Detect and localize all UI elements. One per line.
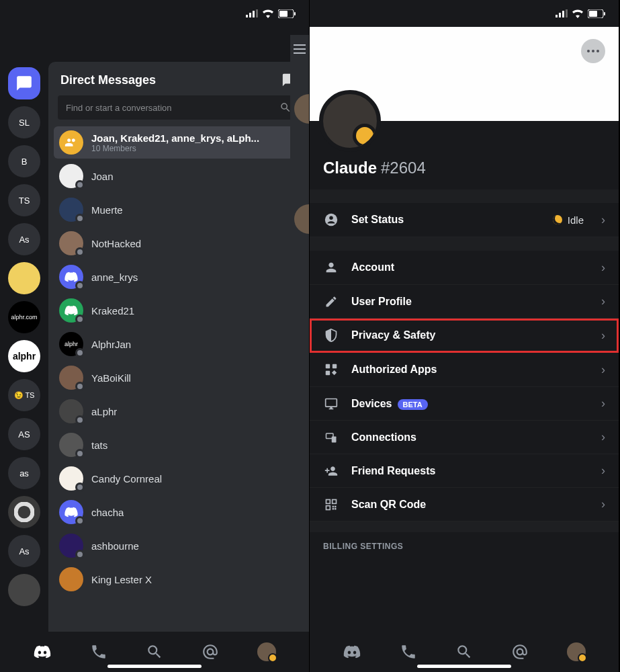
nav-mentions-icon[interactable]: [511, 643, 529, 661]
svg-rect-29: [335, 505, 337, 507]
dm-item[interactable]: Muerte: [54, 194, 304, 226]
nav-friends-icon[interactable]: [90, 643, 107, 661]
svg-rect-25: [326, 505, 330, 509]
svg-rect-10: [559, 13, 561, 17]
server-item[interactable]: As: [8, 535, 40, 567]
dm-item[interactable]: Kraked21: [54, 294, 304, 327]
dm-item[interactable]: Joan: [54, 160, 304, 192]
nav-mentions-icon[interactable]: [202, 643, 219, 661]
user-avatar: [59, 366, 83, 390]
svg-rect-19: [333, 364, 337, 368]
set-status-row[interactable]: Set Status Idle ›: [310, 203, 619, 237]
svg-rect-28: [333, 508, 335, 510]
server-item[interactable]: alphr: [8, 340, 40, 372]
nav-search-icon[interactable]: [146, 643, 163, 661]
svg-rect-27: [335, 508, 337, 510]
dm-item[interactable]: aLphr: [54, 395, 304, 427]
dm-item[interactable]: anne_krys: [54, 261, 304, 293]
user-avatar: [59, 500, 83, 524]
privacy-safety-row[interactable]: Privacy & Safety ›: [310, 319, 619, 353]
hamburger-icon[interactable]: [294, 44, 306, 54]
dm-item[interactable]: ashbourne: [54, 530, 304, 562]
friend-requests-row[interactable]: Friend Requests ›: [310, 454, 619, 488]
server-item[interactable]: alphr.com: [8, 301, 40, 333]
dm-list[interactable]: Joan, Kraked21, anne_krys, aLph... 10 Me…: [48, 126, 309, 632]
svg-rect-1: [249, 13, 251, 17]
user-avatar: [59, 399, 83, 423]
nav-search-icon[interactable]: [455, 643, 473, 661]
server-item[interactable]: AS: [8, 418, 40, 450]
more-button[interactable]: [581, 39, 605, 63]
status-icon: [323, 212, 339, 227]
user-avatar: [59, 534, 83, 558]
user-avatar: [59, 298, 83, 323]
svg-rect-3: [256, 9, 258, 17]
dm-item[interactable]: YaBoiKill: [54, 362, 304, 394]
server-item[interactable]: TS: [8, 184, 40, 216]
nav-profile-avatar[interactable]: [257, 642, 276, 661]
search-input[interactable]: Find or start a conversation: [58, 95, 300, 120]
chevron-right-icon: ›: [601, 430, 605, 444]
home-indicator: [417, 665, 511, 668]
server-item[interactable]: as: [8, 457, 40, 489]
svg-point-7: [16, 504, 33, 521]
setting-label: Set Status: [351, 214, 541, 226]
svg-rect-2: [253, 11, 255, 17]
user-avatar: [59, 231, 83, 255]
chevron-right-icon: ›: [601, 396, 605, 411]
battery-icon: [588, 9, 605, 18]
dm-home-button[interactable]: [8, 67, 40, 99]
shield-icon: [323, 328, 339, 343]
server-item[interactable]: SL: [8, 106, 40, 138]
dm-item[interactable]: chacha: [54, 496, 304, 528]
dm-header-title: Direct Messages: [60, 73, 156, 87]
status-bar: [0, 0, 309, 27]
user-avatar: [59, 198, 83, 222]
svg-rect-23: [326, 499, 330, 503]
server-item[interactable]: [8, 574, 40, 606]
chevron-right-icon: ›: [601, 261, 605, 275]
user-avatar: [59, 433, 83, 457]
nav-discord-icon[interactable]: [343, 642, 361, 661]
username: Claude: [323, 159, 377, 177]
authorized-apps-row[interactable]: Authorized Apps ›: [310, 353, 619, 387]
dm-item[interactable]: Candy Cornreal: [54, 462, 304, 495]
devices-row[interactable]: DevicesBETA ›: [310, 387, 619, 421]
profile-header: Claude #2604: [310, 121, 619, 190]
server-item[interactable]: [8, 496, 40, 528]
server-item[interactable]: 😉 TS: [8, 379, 40, 411]
connections-row[interactable]: Connections ›: [310, 421, 619, 454]
chevron-right-icon: ›: [601, 294, 605, 308]
connections-icon: [323, 431, 339, 444]
svg-rect-5: [279, 11, 287, 17]
profile-avatar[interactable]: [319, 90, 381, 152]
devices-icon: [323, 397, 339, 411]
svg-rect-20: [326, 371, 330, 375]
server-item[interactable]: As: [8, 223, 40, 255]
dm-members: 10 Members: [91, 144, 259, 153]
server-item[interactable]: [8, 262, 40, 294]
dm-item[interactable]: NotHacked: [54, 227, 304, 259]
user-profile-row[interactable]: User Profile ›: [310, 285, 619, 319]
chevron-right-icon: ›: [601, 363, 605, 377]
svg-rect-6: [294, 12, 296, 15]
chevron-right-icon: ›: [601, 464, 605, 478]
group-avatar: [59, 130, 83, 155]
account-row[interactable]: Account ›: [310, 251, 619, 285]
partial-avatar: [294, 204, 309, 234]
svg-rect-18: [326, 364, 330, 368]
dm-item[interactable]: King Lester X: [54, 563, 304, 595]
status-value: Idle: [553, 214, 584, 226]
dm-item[interactable]: alphrAlphrJan: [54, 328, 304, 360]
nav-discord-icon[interactable]: [33, 642, 52, 661]
nav-profile-avatar[interactable]: [567, 642, 586, 661]
svg-rect-9: [556, 15, 558, 17]
nav-friends-icon[interactable]: [400, 643, 417, 661]
scan-qr-row[interactable]: Scan QR Code ›: [310, 488, 619, 521]
chevron-right-icon: ›: [601, 329, 605, 343]
server-item[interactable]: B: [8, 145, 40, 177]
status-bar: [310, 0, 619, 27]
dm-group-item[interactable]: Joan, Kraked21, anne_krys, aLph... 10 Me…: [54, 126, 304, 159]
user-avatar: [59, 567, 83, 591]
dm-item[interactable]: tats: [54, 429, 304, 461]
